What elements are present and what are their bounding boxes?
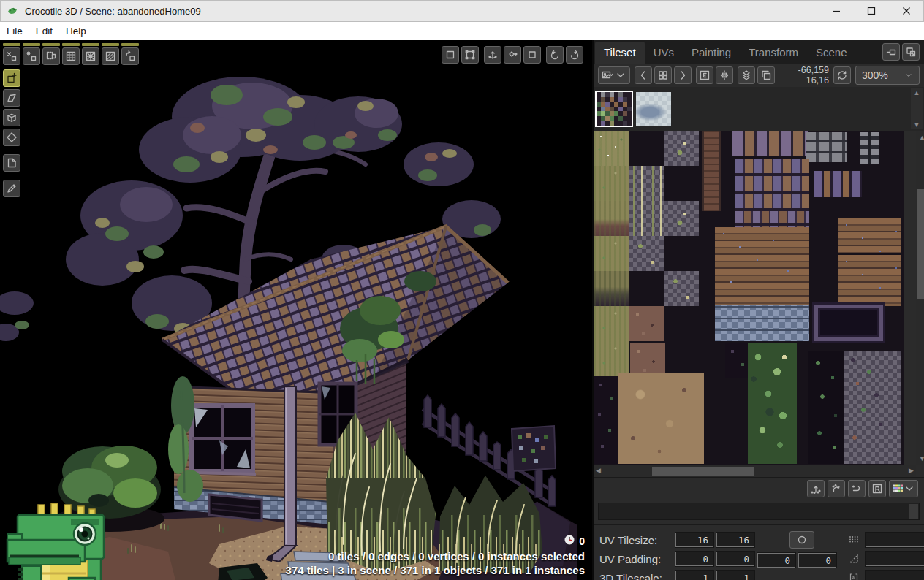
diamond-tool-button[interactable] [3, 129, 20, 146]
tileset-tile-grassPlain[interactable] [594, 166, 629, 201]
value-field[interactable]: 0 [798, 553, 836, 568]
tileset-tile-grassPlain[interactable] [594, 341, 629, 376]
tileset-tile-grassSoil[interactable] [594, 201, 629, 236]
mirror-button[interactable] [716, 66, 733, 84]
value-field[interactable]: 0 [716, 552, 754, 566]
value-field[interactable]: 0 [675, 552, 713, 566]
tileset-tile-checkerGrass[interactable] [664, 201, 699, 236]
select-cage-button[interactable] [461, 46, 479, 64]
value-field[interactable]: 16 [675, 533, 713, 547]
pencil-tool-button[interactable] [3, 180, 20, 197]
dock-button[interactable] [882, 43, 900, 61]
tileset-tile-planks[interactable] [838, 218, 901, 253]
value-field[interactable]: 1 [675, 571, 713, 580]
rect-tool-button[interactable] [523, 46, 541, 64]
menu-edit[interactable]: Edit [29, 22, 59, 40]
tileset-tile-checkerGrass[interactable] [664, 131, 699, 166]
tileset-tile-checkerTuft[interactable] [664, 271, 699, 306]
arrange-up-button[interactable] [807, 480, 825, 497]
layers-button[interactable] [738, 66, 755, 84]
palette-strip[interactable] [598, 503, 920, 520]
image-pick-button[interactable] [598, 66, 630, 84]
pattern-tool-button[interactable] [62, 47, 80, 65]
value-field[interactable]: 5 [866, 552, 924, 566]
grid-pick-button[interactable] [654, 66, 672, 84]
tab-tileset[interactable]: Tileset [595, 42, 645, 64]
tileset-tile-greyBars[interactable] [860, 132, 879, 164]
tileset-tile-woodPost[interactable] [702, 131, 721, 211]
tileset-tile-dirtPath[interactable] [618, 373, 705, 464]
tileset-vscrollbar[interactable]: ▲ ▼ [916, 131, 924, 465]
tileset-tile-grassPlain[interactable] [594, 306, 629, 341]
spray-tool-button[interactable] [23, 47, 40, 65]
scroll-left-icon[interactable]: ◀ [596, 466, 601, 475]
move-tool-button[interactable] [484, 46, 501, 64]
circle-button[interactable] [789, 531, 814, 549]
scale-tool-button[interactable] [504, 46, 521, 64]
sheet-tool-button[interactable] [3, 154, 20, 172]
value-field[interactable]: 0 [757, 553, 795, 568]
thumbnail-scrollbar[interactable]: ▲ ▼ [911, 88, 923, 129]
tileset-tile-shingleCap[interactable] [732, 131, 808, 156]
palette-button[interactable] [889, 480, 918, 497]
tileset-tile-planks[interactable] [715, 227, 810, 305]
tileset-canvas[interactable] [594, 131, 904, 465]
scroll-right-icon[interactable]: ▶ [909, 466, 914, 475]
tileset-tile-greyBlocks[interactable] [806, 132, 846, 162]
tileset-thumbnail-2[interactable] [636, 92, 671, 126]
next-button[interactable] [674, 66, 692, 84]
tileset-zoom-select[interactable]: 300% [855, 66, 920, 85]
strip-handle[interactable] [909, 504, 918, 519]
select-box-button[interactable] [442, 46, 459, 64]
burst-tool-button[interactable] [82, 47, 99, 65]
knife-tool-button[interactable] [3, 47, 20, 65]
prev-button[interactable] [635, 66, 652, 84]
popout-button[interactable] [902, 43, 920, 61]
tileset-tile-checkerTuft[interactable] [629, 236, 664, 271]
tileset-tile-purplePosts[interactable] [814, 171, 862, 197]
tileset-tile-foliageDark[interactable] [594, 376, 618, 464]
tileset-tile-checkerReeds[interactable] [629, 166, 664, 236]
scroll-up-icon[interactable]: ▲ [916, 133, 924, 142]
tab-painting[interactable]: Painting [683, 42, 740, 64]
tileset-tile-dirtRocky[interactable] [630, 343, 665, 374]
minimize-icon[interactable] [819, 0, 854, 22]
close-icon[interactable] [889, 0, 924, 22]
quad-tool-button[interactable] [3, 89, 20, 107]
hscroll-thumb[interactable] [652, 467, 754, 476]
tileset-tile-foliageDark[interactable] [725, 343, 748, 378]
arrange-arrow-button[interactable] [848, 480, 866, 497]
value-field[interactable]: 1 [866, 571, 924, 580]
tileset-tile-grassFlower[interactable] [594, 131, 629, 166]
tileset-tile-foliageSparse[interactable] [808, 351, 844, 464]
tileset-tile-grassPlain[interactable] [594, 236, 629, 271]
duplicate-button[interactable] [757, 66, 775, 84]
tileset-tile-dirtRocky[interactable] [629, 306, 664, 341]
r-badge-button[interactable] [868, 480, 886, 497]
edit-e-button[interactable] [696, 66, 713, 84]
shade-tool-button[interactable] [102, 47, 119, 65]
tileset-tile-cobble[interactable] [715, 305, 810, 341]
scroll-down-icon[interactable]: ▼ [914, 121, 920, 129]
tileset-thumbnail-1[interactable] [597, 92, 632, 126]
tileset-tile-windowTile[interactable] [814, 305, 883, 341]
tab-scene[interactable]: Scene [807, 42, 856, 64]
menu-help[interactable]: Help [59, 22, 93, 40]
arrange-rotate-button[interactable] [828, 480, 845, 497]
undo-button[interactable] [546, 46, 564, 64]
redo-button[interactable] [566, 46, 583, 64]
scene-viewport[interactable]: 0 0 tiles / 0 edges / 0 vertices / 0 ins… [0, 40, 592, 580]
title-bar[interactable]: Crocotile 3D / Scene: abandonedHome09 [0, 0, 924, 22]
tab-transform[interactable]: Transform [740, 42, 807, 64]
tileset-tile-bushGreen[interactable] [748, 343, 797, 464]
tileset-tile-shinglesA[interactable] [735, 159, 809, 211]
value-field[interactable]: 12 [866, 533, 924, 547]
add-tile-tool-button[interactable] [3, 69, 20, 87]
scroll-down-icon[interactable]: ▼ [916, 454, 924, 463]
vscroll-thumb[interactable] [917, 189, 924, 299]
maximize-icon[interactable] [854, 0, 889, 22]
value-field[interactable]: 1 [716, 571, 754, 580]
box-tool-button[interactable] [3, 109, 20, 126]
tab-uvs[interactable]: UVs [645, 42, 683, 64]
tileset-tile-planks[interactable] [838, 255, 901, 306]
